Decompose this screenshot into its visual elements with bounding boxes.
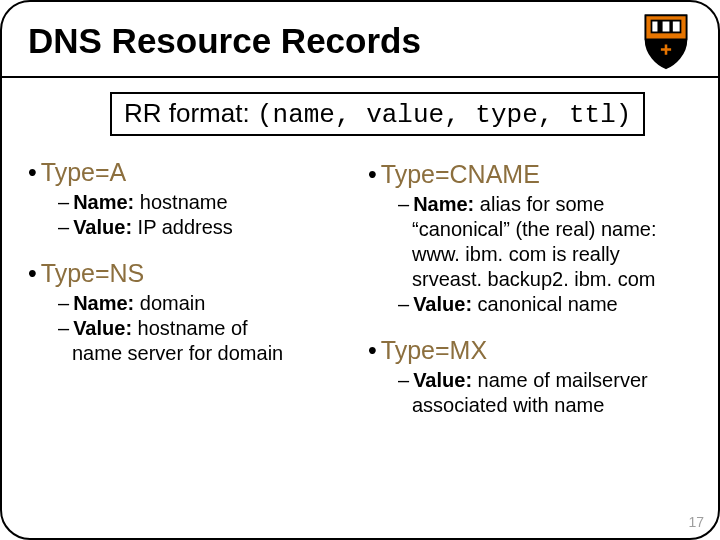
slide-title: DNS Resource Records (28, 21, 640, 61)
type-cname-value: –Value: canonical name (398, 293, 692, 316)
type-ns-value-2: name server for domain (72, 342, 352, 365)
left-column: •Type=A –Name: hostname –Value: IP addre… (28, 154, 360, 419)
type-mx-heading: •Type=MX (368, 336, 692, 365)
columns: •Type=A –Name: hostname –Value: IP addre… (28, 154, 692, 419)
rr-format-box: RR format: (name, value, type, ttl) (110, 92, 645, 136)
rr-format-label: RR format: (124, 98, 250, 128)
type-mx-value-1: –Value: name of mailserver (398, 369, 692, 392)
right-column: •Type=CNAME –Name: alias for some “canon… (360, 154, 692, 419)
type-a-name: –Name: hostname (58, 191, 352, 214)
type-ns-heading: •Type=NS (28, 259, 352, 288)
type-cname-name-2: “canonical” (the real) name: (412, 218, 692, 241)
slide-frame: DNS Resource Records RR format: (name, v… (0, 0, 720, 540)
type-cname-name-4: srveast. backup2. ibm. com (412, 268, 692, 291)
type-ns-name: –Name: domain (58, 292, 352, 315)
type-a-value: –Value: IP address (58, 216, 352, 239)
title-row: DNS Resource Records (2, 12, 718, 78)
rr-format-value: (name, value, type, ttl) (257, 100, 631, 130)
type-a-heading: •Type=A (28, 158, 352, 187)
page-number: 17 (688, 514, 704, 530)
type-mx-value-2: associated with name (412, 394, 692, 417)
type-cname-heading: •Type=CNAME (368, 160, 692, 189)
type-cname-name-3: www. ibm. com is really (412, 243, 692, 266)
type-cname-name-1: –Name: alias for some (398, 193, 692, 216)
princeton-shield-icon (640, 12, 692, 70)
type-ns-value-1: –Value: hostname of (58, 317, 352, 340)
